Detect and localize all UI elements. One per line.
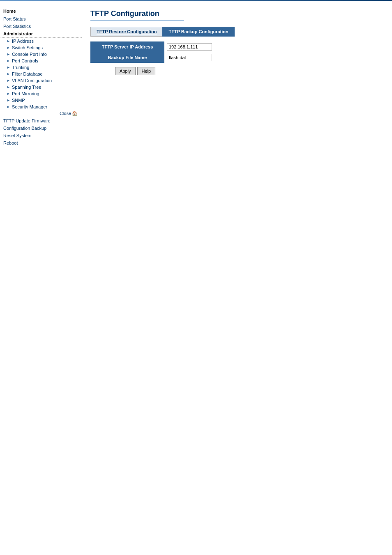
sidebar-item-port-controls[interactable]: ► Port Controls — [0, 58, 82, 64]
sidebar-item-snmp[interactable]: ► SNMP — [0, 97, 82, 104]
table-row: Backup File Name — [90, 52, 216, 63]
apply-button[interactable]: Apply — [115, 67, 136, 75]
bullet-icon: ► — [7, 98, 10, 102]
sidebar-item-port-statistics[interactable]: Port Statistics — [0, 23, 82, 30]
bullet-icon: ► — [7, 52, 10, 56]
bullet-icon: ► — [7, 72, 10, 76]
sidebar-item-vlan-configuration[interactable]: ► VLAN Configuration — [0, 77, 82, 84]
sidebar-item-ip-address[interactable]: ► IP Address — [0, 38, 82, 44]
sidebar-item-reboot[interactable]: Reboot — [0, 139, 82, 147]
sidebar-item-console-port-info[interactable]: ► Console Port Info — [0, 51, 82, 58]
bullet-icon: ► — [7, 85, 10, 89]
sidebar-item-home[interactable]: Home — [0, 7, 82, 15]
close-icon: 🏠 — [72, 111, 78, 116]
config-table: TFTP Server IP Address Backup File Name — [90, 41, 216, 63]
sidebar-item-configuration-backup[interactable]: Configuration Backup — [0, 124, 82, 132]
sidebar: Home Port Status Port Statistics Adminis… — [0, 5, 82, 149]
table-row: TFTP Server IP Address — [90, 41, 216, 52]
page-title: TFTP Configuration — [90, 9, 184, 21]
sidebar-item-spanning-tree[interactable]: ► Spanning Tree — [0, 84, 82, 90]
sidebar-item-administrator: Administrator — [0, 30, 82, 38]
tab-backup[interactable]: TFTP Backup Configuration — [162, 27, 234, 37]
sidebar-item-switch-settings[interactable]: ► Switch Settings — [0, 44, 82, 51]
sidebar-item-port-status[interactable]: Port Status — [0, 15, 82, 23]
bullet-icon: ► — [7, 78, 10, 83]
bullet-icon: ► — [7, 39, 10, 43]
backup-file-label: Backup File Name — [90, 52, 164, 63]
server-ip-input[interactable] — [167, 43, 212, 51]
backup-file-input[interactable] — [167, 54, 212, 61]
sidebar-item-port-mirroring[interactable]: ► Port Mirroring — [0, 90, 82, 97]
bullet-icon: ► — [7, 59, 10, 63]
bullet-icon: ► — [7, 105, 10, 109]
tabs-row: TFTP Restore Configuration TFTP Backup C… — [90, 27, 384, 37]
bullet-icon: ► — [7, 46, 10, 50]
help-button[interactable]: Help — [137, 67, 156, 75]
bullet-icon: ► — [7, 65, 10, 69]
server-ip-cell — [164, 41, 216, 52]
main-content: TFTP Configuration TFTP Restore Configur… — [82, 5, 392, 149]
sidebar-item-trunking[interactable]: ► Trunking — [0, 64, 82, 71]
sidebar-item-tftp-update-firmware[interactable]: TFTP Update Firmware — [0, 117, 82, 124]
bullet-icon: ► — [7, 92, 10, 96]
sidebar-item-reset-system[interactable]: Reset System — [0, 132, 82, 139]
buttons-row: Apply Help — [115, 67, 384, 75]
backup-file-cell — [164, 52, 216, 63]
tab-restore[interactable]: TFTP Restore Configuration — [90, 27, 162, 37]
layout: Home Port Status Port Statistics Adminis… — [0, 1, 392, 153]
close-button[interactable]: Close 🏠 — [0, 110, 82, 117]
sidebar-item-filter-database[interactable]: ► Filter Database — [0, 71, 82, 77]
sidebar-item-security-manager[interactable]: ► Security Manager — [0, 104, 82, 110]
server-ip-label: TFTP Server IP Address — [90, 41, 164, 52]
